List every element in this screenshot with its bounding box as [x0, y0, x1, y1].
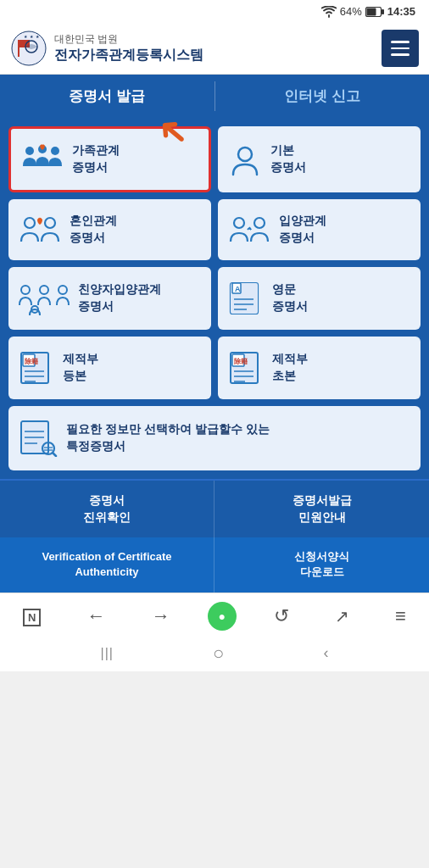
adoption-certificate-item[interactable]: 입양관계증명서	[218, 199, 421, 260]
form-download-label: 신청서양식다운로드	[294, 550, 349, 578]
gesture-home-button[interactable]: ○	[213, 643, 224, 665]
special-certificate-label: 필요한 정보만 선택하여 발급할수 있는특정증명서	[66, 421, 270, 454]
register-abstract-label: 제적부초본	[272, 351, 308, 384]
special-icon	[19, 420, 58, 457]
svg-line-46	[53, 453, 56, 456]
verification-cert-button[interactable]: Verification of CertificateAuthenticity	[0, 537, 214, 592]
guide-button[interactable]: 증명서발급민원안내	[214, 481, 429, 537]
gesture-home-icon: ○	[213, 643, 224, 664]
browser-menu-icon: ≡	[395, 605, 406, 626]
adoption-certificate-label: 입양관계증명서	[279, 213, 326, 246]
n-button[interactable]: N	[14, 603, 49, 629]
svg-point-10	[25, 147, 34, 155]
nav-bar: N ← → ● ↺ ↗ ≡	[0, 593, 429, 636]
back-icon: ←	[87, 605, 106, 626]
basic-icon	[228, 142, 262, 176]
register-copy-label: 제적부등본	[63, 351, 98, 384]
relatives-adoption-item[interactable]: 친양자입양관계증명서	[8, 267, 211, 330]
verification-cert-label: Verification of CertificateAuthenticity	[42, 550, 171, 578]
battery-icon	[365, 7, 384, 17]
svg-rect-1	[366, 8, 376, 15]
logo-line1: 대한민국 법원	[54, 32, 203, 47]
basic-certificate-label: 기본증명서	[270, 142, 306, 175]
home-button[interactable]: ●	[208, 602, 237, 631]
svg-text:除籍: 除籍	[234, 358, 248, 365]
forward-icon: →	[152, 605, 170, 626]
certificate-grid: 가족관계증명서 기본증명서	[8, 126, 421, 470]
special-certificate-item[interactable]: 필요한 정보만 선택하여 발급할수 있는특정증명서	[8, 406, 421, 470]
hamburger-button[interactable]	[382, 30, 419, 67]
share-icon: ↗	[335, 607, 349, 626]
guide-label: 증명서발급민원안내	[292, 493, 352, 524]
logo-line2: 전자가족관계등록시스템	[54, 47, 203, 64]
browser-menu-button[interactable]: ≡	[387, 602, 415, 631]
court-logo-icon: ★ ★ ★	[10, 30, 47, 67]
family-icon	[21, 142, 64, 176]
svg-point-16	[234, 218, 244, 228]
svg-point-13	[238, 147, 252, 161]
register-copy-item[interactable]: 除籍 제적부등본	[8, 337, 211, 399]
english-certificate-label: 영문증명서	[272, 281, 308, 314]
english-icon: A	[228, 281, 264, 316]
app-header: ★ ★ ★ 대한민국 법원 전자가족관계등록시스템	[0, 23, 429, 75]
relatives-icon	[19, 281, 70, 315]
forward-button[interactable]: →	[143, 602, 179, 631]
form-download-button[interactable]: 신청서양식다운로드	[214, 537, 429, 592]
main-tabs: 증명서 발급 인터넷 신고	[0, 75, 429, 118]
hamburger-line2	[391, 47, 410, 50]
logo-text: 대한민국 법원 전자가족관계등록시스템	[54, 32, 203, 64]
register2-icon: 除籍	[228, 350, 264, 386]
verify-label: 증명서진위확인	[83, 493, 131, 524]
gesture-back-icon: |||	[101, 646, 114, 660]
hamburger-line3	[391, 53, 410, 56]
verify-button[interactable]: 증명서진위확인	[0, 481, 214, 537]
marriage-certificate-label: 혼인관계증명서	[70, 213, 117, 246]
register-abstract-item[interactable]: 除籍 제적부초본	[218, 337, 421, 399]
battery-percent: 64%	[340, 5, 362, 18]
bottom-section-1: 증명서진위확인 증명서발급민원안내	[0, 479, 429, 537]
svg-text:除籍: 除籍	[25, 358, 38, 365]
adoption-icon	[228, 213, 270, 247]
marriage-certificate-item[interactable]: 혼인관계증명서	[8, 199, 211, 260]
tab-report[interactable]: 인터넷 신고	[215, 75, 430, 118]
refresh-button[interactable]: ↺	[265, 602, 298, 631]
gesture-bar: ||| ○ ‹	[0, 636, 429, 671]
svg-point-15	[45, 218, 55, 228]
time-display: 14:35	[387, 5, 415, 18]
register1-icon: 除籍	[19, 350, 54, 386]
bottom-section-2: Verification of CertificateAuthenticity …	[0, 537, 429, 592]
svg-point-18	[21, 286, 30, 294]
status-icons: 64% 14:35	[321, 5, 415, 18]
back-button[interactable]: ←	[79, 602, 114, 631]
relatives-adoption-label: 친양자입양관계증명서	[78, 281, 161, 314]
logo-area: ★ ★ ★ 대한민국 법원 전자가족관계등록시스템	[10, 30, 382, 67]
family-certificate-label: 가족관계증명서	[72, 142, 120, 175]
n-icon: N	[23, 609, 41, 626]
gesture-recent-icon: ‹	[323, 644, 328, 661]
svg-point-17	[254, 218, 265, 228]
grid-container: 가족관계증명서 기본증명서	[0, 118, 429, 479]
svg-point-12	[51, 147, 59, 155]
hamburger-line1	[391, 41, 410, 43]
english-certificate-item[interactable]: A 영문증명서	[218, 267, 421, 330]
home-icon: ●	[219, 609, 226, 623]
basic-certificate-item[interactable]: 기본증명서	[218, 126, 421, 192]
marriage-icon	[19, 213, 61, 247]
svg-rect-2	[382, 9, 384, 14]
wifi-icon	[321, 6, 337, 18]
svg-point-19	[40, 286, 48, 294]
gesture-recent-button[interactable]: ‹	[323, 644, 328, 662]
svg-point-14	[25, 218, 35, 228]
svg-point-20	[58, 286, 67, 294]
refresh-icon: ↺	[274, 605, 289, 626]
gesture-back-button[interactable]: |||	[101, 644, 114, 662]
status-bar: 64% 14:35	[0, 0, 429, 23]
tab-issue[interactable]: 증명서 발급	[0, 75, 214, 118]
share-button[interactable]: ↗	[326, 603, 358, 630]
family-certificate-item[interactable]: 가족관계증명서	[8, 126, 211, 192]
svg-text:A: A	[235, 285, 241, 293]
